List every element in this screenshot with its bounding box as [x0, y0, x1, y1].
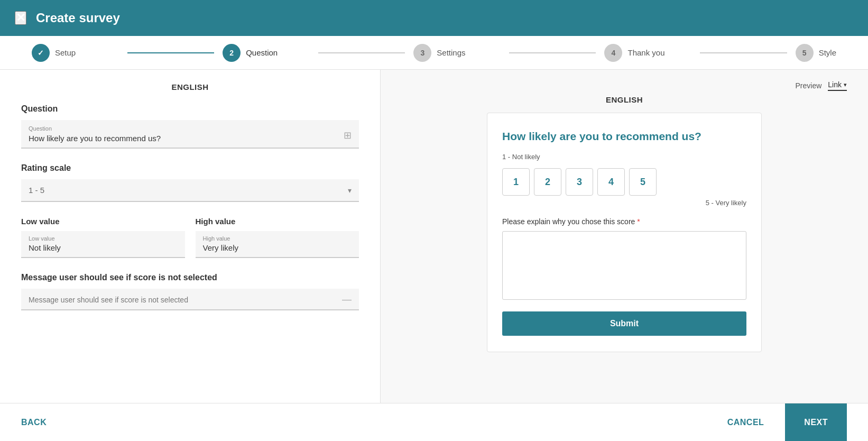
- step-circle-setup: ✓: [32, 44, 50, 62]
- required-marker: *: [637, 217, 640, 226]
- preview-label: Preview: [796, 81, 822, 90]
- high-value-field-label: High value: [203, 235, 352, 242]
- rating-select[interactable]: 1 - 5 1 - 10: [29, 186, 348, 195]
- message-section-label: Message user should see if score is not …: [21, 273, 359, 282]
- rating-btn-5[interactable]: 5: [629, 168, 657, 196]
- preview-not-likely-label: 1 - Not likely: [502, 153, 746, 161]
- step-circle-style: 5: [796, 44, 814, 62]
- message-input[interactable]: [29, 296, 336, 304]
- question-section-label: Question: [21, 104, 359, 114]
- left-lang-title: ENGLISH: [21, 82, 359, 91]
- low-value-input-wrapper: Low value: [21, 231, 185, 258]
- step-label-settings: Settings: [437, 48, 465, 57]
- create-survey-modal: ✕ Create survey ✓ Setup 2 Question 3 Set…: [0, 0, 868, 441]
- step-label-thankyou: Thank you: [627, 48, 664, 57]
- message-section: Message user should see if score is not …: [21, 273, 359, 310]
- step-label-style: Style: [819, 48, 836, 57]
- rating-btn-2[interactable]: 2: [534, 168, 561, 196]
- close-button[interactable]: ✕: [15, 11, 26, 25]
- preview-very-likely-label: 5 - Very likely: [502, 199, 746, 207]
- rating-btn-1[interactable]: 1: [502, 168, 530, 196]
- preview-explain-label: Please explain why you chose this score …: [502, 217, 746, 226]
- preview-link-caret-icon: ▾: [844, 81, 847, 88]
- stepper-item-question[interactable]: 2 Question: [223, 44, 310, 62]
- left-panel: ENGLISH Question Question ⊞ Rating scale…: [0, 70, 381, 403]
- rating-btn-3[interactable]: 3: [566, 168, 593, 196]
- back-button[interactable]: BACK: [21, 418, 47, 427]
- high-value-label: High value: [196, 217, 359, 226]
- preview-explain-textarea[interactable]: [502, 231, 746, 300]
- preview-lang-title: ENGLISH: [402, 95, 847, 104]
- message-input-wrapper: —: [21, 289, 359, 310]
- high-value-input[interactable]: [203, 243, 352, 252]
- low-value-input[interactable]: [29, 243, 178, 252]
- right-panel: Preview Link ▾ ENGLISH How likely are yo…: [381, 70, 868, 403]
- step-label-question: Question: [246, 48, 278, 57]
- step-line-2: [318, 52, 405, 53]
- step-circle-settings: 3: [413, 44, 431, 62]
- high-value-input-wrapper: High value: [196, 231, 359, 258]
- modal-header: ✕ Create survey: [0, 0, 868, 36]
- rating-buttons: 1 2 3 4 5: [502, 168, 746, 196]
- step-line-3: [509, 52, 596, 53]
- stepper-item-thankyou[interactable]: 4 Thank you: [604, 44, 691, 62]
- stepper-item-settings[interactable]: 3 Settings: [413, 44, 501, 62]
- rating-section-label: Rating scale: [21, 163, 359, 173]
- preview-card: How likely are you to recommend us? 1 - …: [487, 113, 762, 352]
- next-button[interactable]: NEXT: [785, 403, 847, 442]
- step-line-4: [700, 52, 787, 53]
- step-circle-thankyou: 4: [604, 44, 622, 62]
- footer-right: CANCEL NEXT: [717, 403, 847, 442]
- rating-section: Rating scale 1 - 5 1 - 10 ▾: [21, 163, 359, 202]
- high-value-item: High value High value: [196, 217, 359, 258]
- question-input-wrapper: Question ⊞: [21, 120, 359, 149]
- stepper: ✓ Setup 2 Question 3 Settings 4 Thank yo…: [0, 36, 868, 70]
- chevron-down-icon: ▾: [348, 186, 352, 195]
- modal-title: Create survey: [36, 11, 120, 25]
- question-field-label: Question: [29, 125, 352, 132]
- low-value-label: Low value: [21, 217, 185, 226]
- cancel-button[interactable]: CANCEL: [717, 418, 775, 427]
- right-panel-header: Preview Link ▾: [402, 80, 847, 91]
- rating-select-wrapper[interactable]: 1 - 5 1 - 10 ▾: [21, 179, 359, 202]
- low-value-item: Low value Low value: [21, 217, 185, 258]
- preview-submit-button[interactable]: Submit: [502, 311, 746, 336]
- preview-link-button[interactable]: Link ▾: [828, 80, 847, 91]
- main-content: ENGLISH Question Question ⊞ Rating scale…: [0, 70, 868, 403]
- modal-footer: BACK CANCEL NEXT: [0, 403, 868, 441]
- rating-btn-4[interactable]: 4: [597, 168, 625, 196]
- step-label-setup: Setup: [55, 48, 76, 57]
- stepper-item-setup[interactable]: ✓ Setup: [32, 44, 119, 62]
- dash-icon: —: [342, 294, 352, 305]
- preview-link-label: Link: [828, 80, 842, 89]
- step-line-1: [127, 52, 215, 53]
- translate-icon[interactable]: ⊞: [344, 130, 352, 141]
- step-circle-question: 2: [223, 44, 241, 62]
- low-high-row: Low value Low value High value High valu…: [21, 217, 359, 258]
- question-input[interactable]: [29, 134, 333, 143]
- low-value-field-label: Low value: [29, 235, 178, 242]
- stepper-item-style[interactable]: 5 Style: [796, 44, 836, 62]
- preview-question: How likely are you to recommend us?: [502, 129, 746, 143]
